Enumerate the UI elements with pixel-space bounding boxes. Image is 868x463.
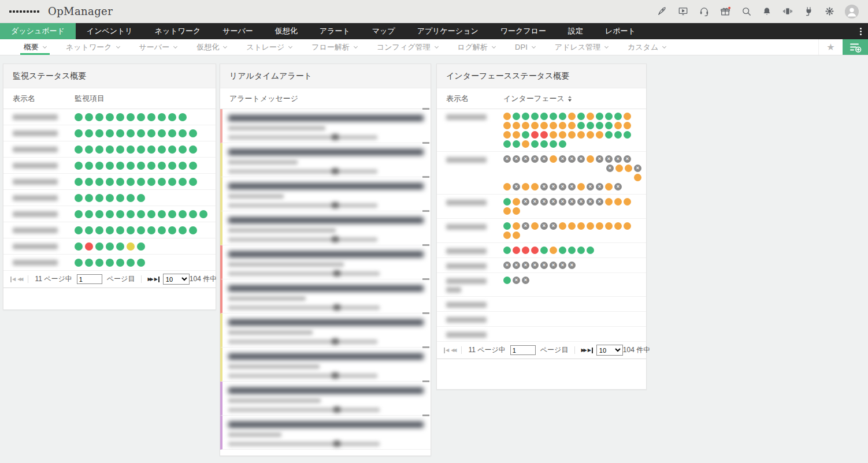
status-dot[interactable] [116, 242, 124, 251]
device-name-redacted[interactable] [446, 302, 487, 308]
device-name-redacted[interactable] [13, 227, 58, 233]
status-dot[interactable] [605, 122, 613, 129]
status-dot[interactable] [106, 194, 114, 202]
status-dot[interactable] [614, 222, 622, 230]
first-page-icon[interactable]: ◀ [10, 277, 16, 282]
device-name-redacted[interactable] [13, 244, 58, 249]
status-dot[interactable] [137, 259, 145, 267]
status-dot[interactable] [116, 129, 124, 137]
status-dot[interactable] [559, 222, 566, 230]
col-display-name[interactable]: 表示名 [446, 94, 503, 104]
page-input[interactable] [77, 274, 102, 284]
status-dot[interactable] [85, 259, 93, 267]
status-dot[interactable] [116, 145, 124, 154]
status-dot[interactable] [85, 145, 93, 154]
status-dot[interactable] [95, 113, 103, 121]
status-dot[interactable] [189, 145, 197, 154]
status-dot[interactable] [614, 131, 622, 139]
status-dot[interactable] [513, 222, 520, 230]
status-dot[interactable] [189, 210, 197, 218]
status-dot[interactable] [540, 131, 548, 139]
status-dot[interactable] [85, 242, 93, 251]
status-dot[interactable] [106, 145, 114, 154]
status-dot[interactable]: × [568, 198, 576, 206]
last-page-icon[interactable]: ▶ [588, 348, 593, 353]
status-dot[interactable] [106, 162, 114, 170]
status-dot[interactable]: × [577, 155, 585, 163]
status-dot[interactable] [95, 194, 103, 202]
status-dot[interactable]: × [503, 262, 511, 269]
status-dot[interactable] [85, 178, 93, 186]
status-dot[interactable] [503, 131, 511, 139]
status-dot[interactable] [605, 183, 613, 191]
status-dot[interactable]: × [614, 155, 622, 163]
status-dot[interactable]: × [596, 198, 603, 206]
status-dot[interactable] [531, 113, 539, 120]
nav-tab-7[interactable]: アプリケーション [406, 23, 489, 39]
status-dot[interactable]: × [559, 183, 566, 191]
status-dot[interactable] [116, 162, 124, 170]
status-dot[interactable] [106, 226, 114, 234]
status-dot[interactable] [605, 198, 613, 206]
status-dot[interactable] [596, 122, 603, 129]
status-dot[interactable] [568, 122, 576, 129]
status-dot[interactable] [116, 210, 124, 218]
status-dot[interactable]: × [587, 198, 594, 206]
status-dot[interactable] [596, 131, 603, 139]
status-dot[interactable]: × [568, 183, 576, 191]
device-name-redacted[interactable] [13, 179, 58, 185]
next-page-icon[interactable]: ▶▶ [147, 277, 152, 282]
support-headset-icon[interactable] [699, 6, 710, 17]
status-dot[interactable] [127, 113, 135, 121]
status-dot[interactable] [614, 113, 622, 120]
status-dot[interactable]: × [559, 262, 566, 269]
status-dot[interactable] [513, 231, 520, 239]
status-dot[interactable] [522, 247, 529, 254]
status-dot[interactable] [587, 113, 594, 120]
status-dot[interactable] [503, 140, 511, 148]
plugin-icon[interactable] [803, 6, 814, 17]
status-dot[interactable]: × [568, 262, 576, 269]
status-dot[interactable]: × [550, 198, 557, 206]
status-dot[interactable] [550, 247, 557, 254]
status-dot[interactable] [75, 162, 83, 170]
status-dot[interactable] [550, 131, 557, 139]
status-dot[interactable]: × [513, 155, 520, 163]
status-dot[interactable]: × [634, 165, 641, 172]
alert-item[interactable] [220, 279, 431, 313]
page-input[interactable] [510, 345, 536, 355]
status-dot[interactable] [568, 247, 576, 254]
status-dot[interactable] [75, 145, 83, 154]
subnav-tab-8[interactable]: DPI [515, 39, 535, 55]
status-dot[interactable] [147, 129, 155, 137]
status-dot[interactable] [158, 162, 166, 170]
alert-item[interactable] [220, 143, 431, 177]
status-dot[interactable] [95, 259, 103, 267]
subnav-tab-6[interactable]: コンフィグ管理 [377, 39, 438, 55]
status-dot[interactable] [605, 131, 613, 139]
status-dot[interactable] [158, 178, 166, 186]
status-dot[interactable] [513, 207, 520, 215]
status-dot[interactable] [503, 247, 511, 254]
col-alert-message[interactable]: アラートメッセージ [229, 94, 298, 104]
status-dot[interactable] [513, 131, 520, 139]
device-name-redacted[interactable] [13, 260, 58, 266]
alert-item[interactable] [220, 245, 431, 279]
status-dot[interactable] [179, 162, 187, 170]
status-dot[interactable] [85, 113, 93, 121]
status-dot[interactable] [596, 113, 603, 120]
status-dot[interactable] [85, 162, 93, 170]
nav-tab-2[interactable]: ネットワーク [144, 23, 212, 39]
subnav-tab-10[interactable]: カスタム [628, 39, 666, 55]
status-dot[interactable] [577, 113, 585, 120]
subnav-tab-0[interactable]: 概要 [24, 39, 46, 55]
status-dot[interactable] [75, 113, 83, 121]
device-name-redacted[interactable] [13, 147, 58, 152]
device-name-redacted[interactable] [13, 195, 58, 201]
subnav-tab-7[interactable]: ログ解析 [458, 39, 496, 55]
nav-tab-5[interactable]: アラート [309, 23, 361, 39]
status-dot[interactable] [168, 145, 176, 154]
status-dot[interactable] [189, 129, 197, 137]
nav-tab-1[interactable]: インベントリ [76, 23, 144, 39]
status-dot[interactable] [550, 155, 557, 163]
